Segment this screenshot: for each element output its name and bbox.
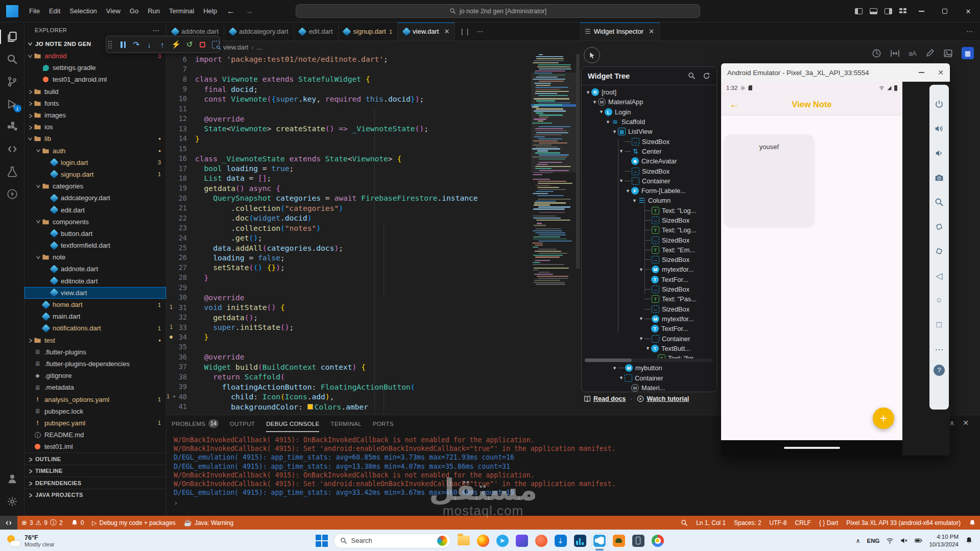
widget-textfor-[interactable]: TTextFor...: [582, 324, 716, 333]
phone-home-bar[interactable]: [784, 447, 840, 449]
widget-textbutt-[interactable]: ▼TTextButt...: [582, 344, 716, 353]
activity-testing[interactable]: [0, 160, 25, 183]
widget-container[interactable]: ▼Container: [582, 373, 716, 383]
editor-scrollbar[interactable]: [576, 54, 580, 269]
menu-help[interactable]: Help: [199, 5, 222, 17]
activity-flutter-tools[interactable]: [0, 183, 25, 205]
emulator-volume-down-button[interactable]: [929, 141, 949, 165]
file-lib[interactable]: >lib●: [25, 133, 166, 145]
emulator-tilt-right-button[interactable]: [929, 239, 949, 263]
emulator-back-button[interactable]: ◁: [929, 263, 949, 288]
emulator-minimize-icon[interactable]: [919, 72, 924, 73]
panel-tab-ports[interactable]: PORTS: [373, 415, 394, 432]
breadcrumb[interactable]: view.dart›...: [166, 41, 580, 54]
taskbar-app-photos[interactable]: [514, 533, 530, 548]
activity-settings[interactable]: [0, 490, 25, 513]
taskbar-search[interactable]: Search: [333, 533, 451, 548]
panel-tab-terminal[interactable]: TERMINAL: [330, 415, 362, 432]
file-images[interactable]: >images: [25, 109, 166, 121]
widget-tree-search-icon[interactable]: [688, 72, 696, 80]
widget-sizedbox[interactable]: ↔SizedBox: [582, 284, 716, 294]
close-button[interactable]: ✕: [957, 0, 980, 22]
file-login.dart[interactable]: login.dart3: [25, 157, 166, 169]
activity-explorer[interactable]: [0, 26, 25, 48]
close-tab-icon[interactable]: ✕: [649, 28, 654, 35]
explorer-more-icon[interactable]: ⋯: [153, 26, 160, 34]
file-main.dart[interactable]: main.dart: [25, 310, 166, 322]
taskbar-app-phone-link[interactable]: [631, 533, 646, 548]
file-addnote.dart[interactable]: addnote.dart: [25, 263, 166, 275]
widget-text-pas-[interactable]: TText: "Pas...: [582, 294, 716, 304]
notifications-count[interactable]: 0: [67, 516, 88, 530]
status-device[interactable]: Pixel 3a XL API 33 (android-x64 emulator…: [842, 516, 965, 530]
widget-materi-[interactable]: MMateri...: [582, 383, 716, 392]
menu-selection[interactable]: Selection: [65, 5, 101, 17]
restart-icon[interactable]: ↺: [186, 40, 194, 49]
widget-sizedbox[interactable]: ↔SizedBox: [582, 304, 716, 314]
toggle-secondary-sidebar-icon[interactable]: [885, 8, 892, 14]
status-language-mode[interactable]: { } Dart: [815, 516, 842, 530]
wifi-icon[interactable]: [886, 537, 894, 544]
widget-scaffold[interactable]: ▼≋Scaffold: [582, 117, 716, 127]
widget-sizedbox[interactable]: ↔SizedBox: [582, 215, 716, 225]
activity-run-and-debug[interactable]: 1: [0, 93, 25, 115]
file-README.md[interactable]: iREADME.md: [25, 429, 166, 441]
widget-sizedbox[interactable]: ↔SizedBox: [582, 136, 716, 146]
tab-widget-inspector[interactable]: ☰ Widget Inspector ✕: [580, 22, 660, 40]
status-encoding[interactable]: UTF-8: [766, 516, 791, 530]
file-.gitignore[interactable]: ◆.gitignore: [25, 370, 166, 381]
select-widget-mode-button[interactable]: [584, 47, 600, 63]
panel-maximize-icon[interactable]: ∧: [949, 419, 954, 427]
status-eol[interactable]: CRLF: [791, 516, 815, 530]
step-over-icon[interactable]: ↷: [132, 40, 140, 49]
widget-textfor-[interactable]: TTextFor...: [582, 275, 716, 284]
menu-run[interactable]: Run: [143, 5, 164, 17]
widget-center[interactable]: ▼⇅Center: [582, 147, 716, 156]
status-zoom[interactable]: [677, 516, 692, 530]
file-button.dart[interactable]: button.dart: [25, 228, 166, 239]
activity-search[interactable]: [0, 48, 25, 70]
toggle-panel-icon[interactable]: [870, 8, 877, 14]
widget-listview[interactable]: ▼▤ListView: [582, 127, 716, 136]
panel-tab-problems[interactable]: PROBLEMS14: [172, 415, 219, 432]
console-prompt[interactable]: ›: [174, 499, 975, 508]
widget-column[interactable]: ▼☰Column: [582, 196, 716, 205]
split-editor-icon[interactable]: ❘❘: [459, 28, 470, 35]
emulator-zoom-button[interactable]: [929, 190, 949, 214]
file-build[interactable]: >build: [25, 86, 166, 98]
menu-edit[interactable]: Edit: [44, 5, 65, 17]
tray-overflow-chevron[interactable]: ∧: [856, 537, 861, 544]
phone-fab-add-button[interactable]: +: [873, 408, 894, 429]
weather-widget[interactable]: 76°F Mostly clear: [0, 534, 123, 547]
widget-mybutton[interactable]: ▼Mmybutton: [582, 363, 716, 373]
file-signup.dart[interactable]: signup.dart1: [25, 169, 166, 180]
file-auth[interactable]: >auth●: [25, 145, 166, 157]
taskbar-app-vscode[interactable]: [592, 533, 607, 548]
tab-signup.dart[interactable]: signup.dart1: [339, 22, 398, 40]
remote-indicator[interactable]: [0, 516, 17, 530]
problems-status[interactable]: ⊗3 ⚠9 ⓘ2: [17, 516, 67, 530]
file-test01_android.iml[interactable]: test01_android.iml: [25, 74, 166, 85]
menu-file[interactable]: File: [25, 5, 44, 17]
minimize-button[interactable]: [910, 0, 933, 22]
taskbar-app-telegram[interactable]: ➤: [495, 533, 510, 548]
file-test01.iml[interactable]: test01.iml: [25, 441, 166, 452]
section-dependencies[interactable]: >DEPENDENCIES: [25, 476, 166, 489]
emulator-power-button[interactable]: [929, 92, 949, 116]
widget-form-labele-[interactable]: ▼FForm-[Labele...: [582, 186, 716, 196]
section-java-projects[interactable]: >JAVA PROJECTS: [25, 489, 166, 501]
read-docs-link[interactable]: Read docs: [584, 395, 626, 402]
nav-forward-icon[interactable]: →: [240, 7, 258, 16]
watch-tutorial-link[interactable]: Watch tutorial: [637, 395, 689, 402]
language-indicator[interactable]: ENG: [867, 538, 880, 544]
file-edit.dart[interactable]: edit.dart: [25, 204, 166, 215]
notification-bell-icon[interactable]: [965, 537, 973, 544]
taskbar-app-file-explorer[interactable]: [456, 533, 471, 548]
inspector-more-icon[interactable]: ⋯: [966, 28, 973, 35]
widget-text-log-[interactable]: TText: "Log...: [582, 206, 716, 215]
emulator-help-button[interactable]: ?: [934, 365, 945, 376]
file-test[interactable]: >test●: [25, 334, 166, 346]
debug-session-status[interactable]: ▷Debug my code + packages: [88, 516, 179, 530]
hot-reload-icon[interactable]: ⚡: [172, 40, 181, 49]
status-cursor-position[interactable]: Ln 1, Col 1: [692, 516, 730, 530]
